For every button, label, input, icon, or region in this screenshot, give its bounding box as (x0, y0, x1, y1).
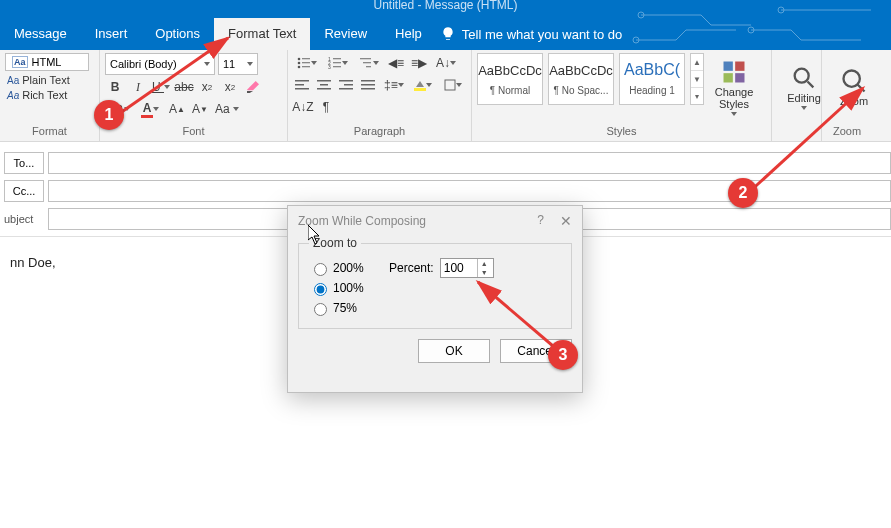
group-label-editing (777, 124, 816, 142)
zoom-button[interactable]: Zoom (827, 53, 881, 121)
chevron-down-icon (456, 83, 462, 87)
style-normal[interactable]: AaBbCcDc ¶ Normal (477, 53, 543, 105)
styles-gallery-scroll[interactable]: ▲ ▼ ▾ (690, 53, 704, 105)
tab-review[interactable]: Review (310, 18, 381, 50)
bold-button[interactable]: B (105, 77, 125, 97)
zoom-radio-75[interactable]: 75% (309, 298, 389, 318)
sort-button[interactable]: A↓ (432, 53, 460, 73)
ok-button[interactable]: OK (418, 339, 490, 363)
shading-button[interactable] (410, 75, 436, 95)
group-label-format: Format (5, 124, 94, 142)
svg-rect-24 (317, 88, 331, 90)
tab-options[interactable]: Options (141, 18, 214, 50)
superscript-button[interactable]: x2 (220, 77, 240, 97)
lightbulb-icon (440, 26, 456, 42)
svg-point-6 (298, 62, 301, 65)
borders-button[interactable] (440, 75, 466, 95)
svg-rect-20 (295, 84, 304, 86)
svg-point-33 (795, 69, 809, 83)
tab-help[interactable]: Help (381, 18, 436, 50)
multilevel-button[interactable] (355, 53, 383, 73)
more-icon: ▾ (691, 88, 703, 104)
zoom-radio-200[interactable]: 200% (309, 258, 389, 278)
svg-rect-19 (295, 80, 309, 82)
style-no-spacing[interactable]: AaBbCcDc ¶ No Spac... (548, 53, 614, 105)
tab-insert[interactable]: Insert (81, 18, 142, 50)
align-center-icon (317, 78, 331, 92)
align-center-button[interactable] (315, 75, 334, 95)
percent-spinner[interactable]: ▲▼ (440, 258, 494, 278)
italic-button[interactable]: I (128, 77, 148, 97)
cc-button[interactable]: Cc... (4, 180, 44, 202)
change-case-button[interactable]: Aa (213, 99, 241, 119)
svg-rect-28 (361, 80, 375, 82)
svg-rect-11 (333, 58, 341, 59)
group-styles: AaBbCcDc ¶ Normal AaBbCcDc ¶ No Spac... … (472, 50, 772, 142)
ribbon: AaHTML AaPlain Text AaRich Text Format C… (0, 50, 891, 142)
decrease-indent-button[interactable]: ◀≡ (386, 53, 406, 73)
align-right-button[interactable] (337, 75, 356, 95)
dialog-title: Zoom While Composing (298, 214, 426, 228)
aa-icon: Aa (12, 56, 28, 68)
line-spacing-button[interactable]: ‡≡ (381, 75, 407, 95)
clear-format-button[interactable] (243, 77, 263, 97)
svg-rect-18 (366, 66, 371, 67)
svg-rect-21 (295, 88, 309, 90)
dialog-close-button[interactable]: ✕ (560, 213, 572, 229)
group-label-paragraph: Paragraph (293, 124, 466, 142)
format-plain-button[interactable]: AaPlain Text (5, 74, 94, 86)
spin-up-icon: ▲ (478, 259, 491, 268)
tab-message[interactable]: Message (0, 18, 81, 50)
underline-button[interactable]: U (151, 77, 171, 97)
fieldset-legend: Zoom to (309, 236, 361, 250)
align-left-button[interactable] (293, 75, 312, 95)
font-name-select[interactable]: Calibri (Body) (105, 53, 215, 75)
tellme-search[interactable]: Tell me what you want to do (440, 26, 622, 42)
show-marks-button[interactable]: ¶ (316, 97, 336, 117)
grow-font-button[interactable]: A▲ (167, 99, 187, 119)
chevron-down-icon (124, 107, 130, 111)
align-right-icon (339, 78, 353, 92)
increase-indent-button[interactable]: ≡▶ (409, 53, 429, 73)
font-color-button[interactable]: A (136, 99, 164, 119)
chevron-down-icon (373, 61, 379, 65)
font-size-select[interactable]: 11 (218, 53, 258, 75)
subscript-button[interactable]: x2 (197, 77, 217, 97)
numbering-button[interactable]: 123 (324, 53, 352, 73)
svg-rect-29 (361, 84, 375, 86)
dialog-help-button[interactable]: ? (537, 213, 544, 227)
percent-label: Percent: (389, 261, 434, 275)
svg-rect-7 (302, 62, 310, 63)
chevron-down-icon (204, 62, 210, 66)
zoom-radio-100[interactable]: 100% (309, 278, 389, 298)
sort-asc-button[interactable]: A↓Z (293, 97, 313, 117)
to-button[interactable]: To... (4, 152, 44, 174)
format-rich-button[interactable]: AaRich Text (5, 89, 94, 101)
svg-rect-9 (302, 66, 310, 67)
justify-button[interactable] (359, 75, 378, 95)
shrink-font-button[interactable]: A▼ (190, 99, 210, 119)
tab-format-text[interactable]: Format Text (214, 18, 310, 50)
align-left-icon (295, 78, 309, 92)
chevron-down-icon (311, 61, 317, 65)
chevron-down-icon (398, 83, 404, 87)
change-styles-button[interactable]: Change Styles (707, 53, 761, 121)
bullets-button[interactable] (293, 53, 321, 73)
strike-button[interactable]: abc (174, 77, 194, 97)
zoom-dialog: Zoom While Composing ? ✕ Zoom to 200% 10… (287, 205, 583, 393)
svg-rect-31 (414, 88, 426, 91)
svg-rect-25 (339, 80, 353, 82)
style-heading1[interactable]: AaBbC( Heading 1 (619, 53, 685, 105)
group-editing: Editing (772, 50, 822, 142)
spinner-buttons[interactable]: ▲▼ (477, 259, 491, 277)
svg-rect-30 (361, 88, 375, 90)
eraser-icon (245, 79, 261, 95)
svg-rect-32 (445, 80, 455, 90)
svg-rect-16 (360, 58, 371, 59)
to-input[interactable] (48, 152, 891, 174)
percent-input[interactable] (441, 261, 477, 275)
annotation-badge-2: 2 (728, 178, 758, 208)
svg-rect-13 (333, 62, 341, 63)
format-html-button[interactable]: AaHTML (5, 53, 89, 71)
cc-input[interactable] (48, 180, 891, 202)
